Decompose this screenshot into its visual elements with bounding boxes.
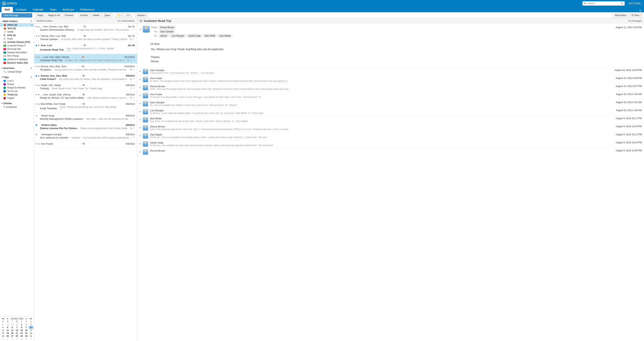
cal-day[interactable]: 25 (1, 335, 5, 337)
expand-arrow-icon[interactable]: ▶ (38, 84, 40, 86)
cal-next[interactable]: ▶ (26, 318, 27, 320)
cal-day[interactable]: 23 (24, 332, 28, 335)
cc-chip[interactable]: Sarah Soap (187, 34, 202, 37)
conversation-item[interactable]: Zimbra Sales8/6/2014Zimbra License File … (34, 122, 137, 131)
cal-day[interactable]: 26 (5, 335, 10, 337)
flag-icon[interactable]: ⚑ (133, 78, 135, 80)
cal-prev-prev[interactable]: ◀◀ (2, 318, 4, 320)
thread-item[interactable]: Ann FosterAugust 10, 2014 9:40 PMHi Team… (137, 76, 644, 84)
cal-day[interactable]: 19 (5, 332, 10, 335)
tags-header[interactable]: Tags⚙ (0, 75, 34, 79)
cal-day[interactable]: 21 (15, 332, 19, 335)
conversation-item[interactable]: ▶... Luci, Ann, Sam, Donna- 128/11/2014C… (34, 54, 137, 63)
sidebar-folder[interactable]: Zimbra 8.5 Updates (0, 58, 34, 61)
thread-item[interactable]: Ann FosterAugust 10, 2014 2:54 AMHi Donn… (137, 92, 644, 100)
flag-icon[interactable]: ⚑ (133, 59, 135, 61)
sidebar-folder[interactable]: 🗑Junk (2) (0, 33, 34, 37)
cal-day[interactable]: 28 (15, 335, 19, 337)
search-input[interactable] (588, 2, 620, 5)
sidebar-folder[interactable]: 📥Inbox (3)▾ (0, 23, 34, 27)
view-button[interactable]: ☰ View ▾ (629, 13, 642, 17)
sidebar-search-item[interactable]: 🔍Unread Email (0, 70, 34, 73)
tag-button[interactable]: 🏷 ▾ (124, 13, 132, 17)
cal-day[interactable]: 29 (19, 335, 24, 337)
thread-item[interactable]: Sam SampleAugust 10, 2014 2:51 AMHi, I a… (137, 100, 644, 108)
cal-day[interactable]: 31 (29, 335, 33, 337)
cal-day[interactable]: 5 (5, 326, 10, 329)
sidebar-folder[interactable]: Review Information (0, 51, 34, 54)
thread-item[interactable]: Luci MorganAugust 10, 2014 2:49 AMHi Don… (137, 108, 644, 116)
search-icon[interactable]: 🔍 (620, 2, 624, 5)
thread-item[interactable]: Donna BrownAugust 9, 2014 10:15 PMHere i… (137, 124, 644, 132)
thread-item[interactable]: Dan MapleAugust 9, 2014 10:12 PMHi Donna… (137, 132, 644, 140)
cal-day[interactable]: 18 (1, 332, 5, 335)
conversation-item[interactable]: Sarah Soap8/6/2014Monthly Management Off… (34, 113, 137, 122)
sidebar-folder[interactable]: 🗑Trash (0, 37, 34, 40)
thread-item[interactable]: Donna BrownAugust 9, 2014 10:09 PM (137, 148, 644, 156)
tab-contacts[interactable]: Contacts (13, 7, 30, 12)
cal-day[interactable]: 30 (24, 335, 28, 337)
gear-icon[interactable]: ⚙ (30, 76, 32, 78)
forward-button[interactable]: Forward (63, 13, 75, 17)
to-chip[interactable]: Sam Sample (158, 30, 175, 33)
conversation-item[interactable]: ▶Bob White, Ann Foster- 28/6/2014Script … (34, 101, 137, 113)
cal-day[interactable]: 14 (15, 329, 19, 332)
refresh-icon[interactable]: ↻ (640, 9, 642, 12)
sidebar-tag-item[interactable]: Ready for Review (0, 86, 34, 89)
sidebar-folder[interactable]: 📝Drafts (0, 30, 34, 33)
flag-icon[interactable]: ⚑ (133, 28, 135, 31)
flag-icon[interactable]: ⚑ (133, 87, 135, 90)
cal-day[interactable]: 3 (29, 323, 33, 326)
cal-day[interactable]: 29 (10, 323, 14, 326)
cal-day[interactable]: 27 (10, 335, 14, 337)
cal-day[interactable]: 7 (29, 338, 33, 340)
cal-day[interactable]: 28 (5, 323, 10, 326)
delete-button[interactable]: Delete (91, 13, 102, 17)
expand-arrow-icon[interactable]: ▶ (38, 103, 40, 105)
cal-day[interactable]: 20 (10, 332, 14, 335)
zimlets-header[interactable]: Zimlets (0, 101, 34, 105)
flag-icon[interactable]: ⚑ (133, 127, 135, 129)
cal-day[interactable]: 7 (15, 326, 19, 329)
reply-all-button[interactable]: Reply to All (46, 13, 62, 17)
cal-day[interactable]: 4 (15, 338, 19, 340)
move-button[interactable]: 📁 ▾ (115, 13, 124, 17)
flag-icon[interactable]: ⚑ (70, 50, 71, 52)
cal-day[interactable]: 27 (1, 323, 5, 326)
user-menu[interactable]: Ann Foster ▾ (628, 2, 642, 5)
flag-icon[interactable]: ⚑ (133, 38, 135, 40)
cc-chip[interactable]: Dan Maple (218, 34, 232, 37)
thread-item[interactable]: Sarah SoapAugust 9, 2014 10:10 PMHi Donn… (137, 140, 644, 148)
sidebar-folder[interactable]: RSS Feeds (0, 54, 34, 58)
cal-day[interactable]: 6 (10, 326, 14, 329)
expand-arrow-icon[interactable]: ▶ (38, 26, 40, 27)
gear-icon[interactable]: ⚙ (30, 20, 32, 22)
cal-day[interactable]: 22 (19, 332, 24, 335)
reply-button[interactable]: Reply (35, 13, 46, 17)
searches-header[interactable]: Searches⚙ (0, 66, 34, 70)
dropdown-icon[interactable]: ▾ (586, 2, 587, 4)
conversation-item[interactable]: ▶Gayle, Ann, Sarah- 38/9/2014Training-Do… (34, 82, 137, 92)
cal-prev[interactable]: ◀ (7, 318, 8, 320)
archive-button[interactable]: Archive (78, 13, 90, 17)
conversation-item[interactable]: ▶... Ann, Donna, Luci, Bob- 7Jan 31Syste… (34, 23, 137, 33)
cal-next-next[interactable]: ▶▶ (30, 318, 32, 320)
conversation-item[interactable]: ▶Donna, Ann, Dan, Bob- 68/9/2014Code Fre… (34, 73, 137, 82)
cal-day[interactable]: 5 (19, 338, 24, 340)
cal-day[interactable]: 30 (15, 323, 19, 326)
sidebar-tag-item[interactable]: 1-on-1 (0, 79, 34, 83)
sidebar-tag-item[interactable]: Travel (1) (0, 93, 34, 96)
expand-icon[interactable]: ⊞ (140, 19, 142, 22)
cc-chip[interactable]: Bob White (203, 34, 217, 37)
sidebar-tag-item[interactable]: Phone (0, 83, 34, 86)
cal-day[interactable]: 1 (19, 323, 24, 326)
cal-day[interactable]: 13 (10, 329, 14, 332)
flag-icon[interactable]: ⚑ (133, 96, 135, 99)
sidebar-folder[interactable]: 📤Sent (2) (0, 27, 34, 30)
gear-icon[interactable]: ⚙ (30, 67, 32, 69)
flag-icon[interactable]: ⚑ (60, 108, 62, 111)
sort-by[interactable]: Sorted by Date ▽ (36, 19, 54, 22)
cal-day[interactable]: 10 (29, 326, 33, 329)
sidebar-folder[interactable]: Donna's Inbox (54) (0, 61, 34, 64)
flag-icon[interactable]: ⚑ (133, 136, 135, 139)
